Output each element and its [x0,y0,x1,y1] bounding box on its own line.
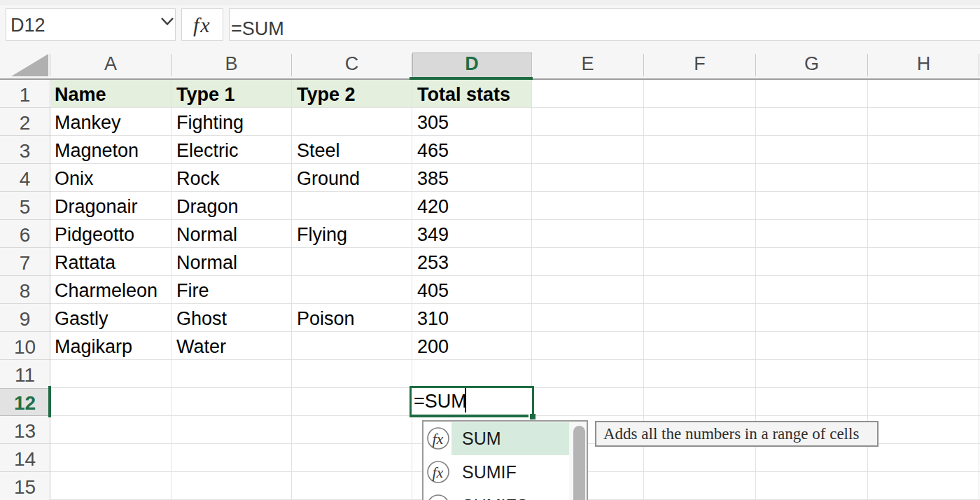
svg-text:fx: fx [433,464,444,481]
svg-text:fx: fx [433,430,444,447]
svg-text:fx: fx [433,497,444,500]
